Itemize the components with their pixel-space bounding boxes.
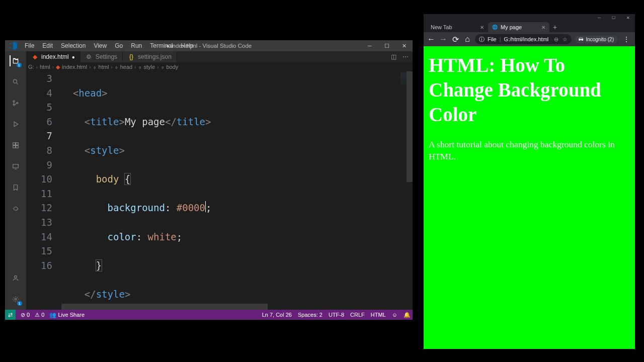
gear-icon: ⚙ xyxy=(86,53,93,60)
settings-icon[interactable]: 1 xyxy=(10,294,21,305)
window-controls: ─ ☐ ✕ xyxy=(361,40,413,51)
indentation[interactable]: Spaces: 2 xyxy=(298,312,323,318)
svg-point-1 xyxy=(13,101,15,102)
browser-menu-button[interactable]: ⋮ xyxy=(621,35,632,43)
home-button[interactable]: ⌂ xyxy=(463,35,472,44)
vscode-titlebar[interactable]: File Edit Selection View Go Run Terminal… xyxy=(5,40,413,51)
remote-indicator[interactable]: ⇄ xyxy=(5,310,16,320)
menu-help[interactable]: Help xyxy=(178,41,197,50)
svg-rect-5 xyxy=(16,143,19,145)
bookmark-icon[interactable] xyxy=(10,182,21,193)
svg-rect-7 xyxy=(16,146,19,148)
breadcrumb-item[interactable]: html xyxy=(40,64,50,70)
tab-settings-json[interactable]: {} settings.json xyxy=(123,51,177,62)
minimize-button[interactable]: ─ xyxy=(361,40,378,51)
menu-run[interactable]: Run xyxy=(127,41,145,50)
search-in-page-icon[interactable]: ⊖ xyxy=(554,36,558,43)
browser-tabstrip: New Tab ✕ 🌐 My page ✕ + xyxy=(424,21,635,32)
url-scheme-label: File xyxy=(488,36,497,42)
svg-rect-6 xyxy=(13,146,16,148)
breadcrumb-item[interactable]: head xyxy=(120,64,132,70)
explorer-badge: 1 xyxy=(17,63,22,67)
globe-icon: 🌐 xyxy=(492,25,498,30)
bookmark-star-icon[interactable]: ☆ xyxy=(562,36,568,43)
explorer-icon[interactable]: 1 xyxy=(10,55,21,66)
code-content[interactable]: <head> <title>My page</title> <style> bo… xyxy=(61,71,404,302)
browser-titlebar[interactable]: ─ ☐ ✕ xyxy=(424,14,635,21)
tab-label: index.html xyxy=(41,53,69,60)
svg-point-9 xyxy=(15,276,17,278)
breadcrumb-item[interactable]: G: xyxy=(28,64,34,70)
problems-errors[interactable]: ⊘ 0 xyxy=(21,312,30,318)
close-button[interactable]: ✕ xyxy=(626,16,630,20)
problems-warnings[interactable]: ⚠ 0 xyxy=(35,312,44,318)
tab-label: My page xyxy=(501,24,522,30)
breadcrumb[interactable]: G: › html› ◆index.html› ⬨html› ⬨head› ⬨s… xyxy=(26,62,413,71)
more-actions-icon[interactable]: ⋯ xyxy=(403,53,409,60)
close-button[interactable]: ✕ xyxy=(395,40,413,51)
live-share-icon[interactable] xyxy=(10,203,21,214)
maximize-button[interactable]: ☐ xyxy=(612,16,615,20)
editor-tabs: ◆ index.html ● ⚙ Settings {} settings.js… xyxy=(26,51,413,62)
menu-edit[interactable]: Edit xyxy=(39,41,56,50)
debug-icon[interactable] xyxy=(10,119,21,130)
html-file-icon: ◆ xyxy=(31,53,38,60)
forward-button[interactable]: → xyxy=(439,35,448,44)
dirty-indicator-icon: ● xyxy=(72,54,75,60)
split-editor-icon[interactable]: ◫ xyxy=(391,53,396,60)
account-icon[interactable] xyxy=(10,273,21,284)
maximize-button[interactable]: ☐ xyxy=(378,40,395,51)
source-control-icon[interactable] xyxy=(10,98,21,109)
svg-point-2 xyxy=(13,104,15,106)
breadcrumb-item[interactable]: body xyxy=(167,64,179,70)
menu-selection[interactable]: Selection xyxy=(57,41,89,50)
activity-bar: 1 xyxy=(5,51,26,310)
svg-point-10 xyxy=(15,298,17,300)
reload-button[interactable]: ⟳ xyxy=(451,35,460,44)
page-heading: HTML: How To Change Background Color xyxy=(429,53,630,127)
vertical-scrollbar[interactable] xyxy=(407,71,413,302)
menu-terminal[interactable]: Terminal xyxy=(146,41,176,50)
live-share-status[interactable]: 👥 Live Share xyxy=(49,312,85,318)
tab-settings-ui[interactable]: ⚙ Settings xyxy=(80,51,123,62)
breadcrumb-item[interactable]: index.html xyxy=(62,64,87,70)
new-tab-button[interactable]: + xyxy=(549,23,560,32)
settings-badge: 1 xyxy=(17,301,22,306)
page-content: HTML: How To Change Background Color A s… xyxy=(424,46,635,349)
site-info-icon[interactable]: ⓘ xyxy=(479,36,485,43)
url-text: G:/html/index.html xyxy=(504,36,549,42)
vscode-logo-icon xyxy=(9,42,17,50)
browser-tab-mypage[interactable]: 🌐 My page ✕ xyxy=(488,22,549,32)
code-editor[interactable]: 3 4 5 6 7 8 9 10 11 12 13 14 15 16 <head… xyxy=(26,71,413,310)
extensions-icon[interactable] xyxy=(10,140,21,151)
tab-index-html[interactable]: ◆ index.html ● xyxy=(26,51,80,62)
incognito-indicator[interactable]: 🕶 Incognito (2) xyxy=(575,36,618,43)
address-bar[interactable]: ⓘ File | G:/html/index.html ⊖ ☆ xyxy=(475,34,572,44)
menu-file[interactable]: File xyxy=(21,41,38,50)
browser-tab-newtab[interactable]: New Tab ✕ xyxy=(427,22,488,32)
page-paragraph: A short tutorial about changing backgrou… xyxy=(429,139,630,162)
eol[interactable]: CRLF xyxy=(350,312,365,318)
breadcrumb-item[interactable]: html xyxy=(99,64,109,70)
remote-icon[interactable] xyxy=(10,161,21,172)
notifications-icon[interactable]: 🔔 xyxy=(404,312,411,318)
cursor-position[interactable]: Ln 7, Col 26 xyxy=(262,312,292,318)
close-tab-icon[interactable]: ✕ xyxy=(480,25,484,30)
search-icon[interactable] xyxy=(10,76,21,87)
close-tab-icon[interactable]: ✕ xyxy=(541,25,545,30)
horizontal-scrollbar[interactable] xyxy=(61,304,406,310)
status-bar: ⇄ ⊘ 0 ⚠ 0 👥 Live Share Ln 7, Col 26 Spac… xyxy=(5,310,413,320)
minimize-button[interactable]: ─ xyxy=(598,16,601,20)
incognito-label: Incognito (2) xyxy=(586,37,614,42)
feedback-icon[interactable]: ☺ xyxy=(392,312,397,318)
language-mode[interactable]: HTML xyxy=(371,312,386,318)
incognito-icon: 🕶 xyxy=(579,37,584,42)
browser-window: ─ ☐ ✕ New Tab ✕ 🌐 My page ✕ + ← → ⟳ ⌂ ⓘ … xyxy=(424,14,635,349)
menu-view[interactable]: View xyxy=(90,41,110,50)
browser-toolbar: ← → ⟳ ⌂ ⓘ File | G:/html/index.html ⊖ ☆ … xyxy=(424,32,635,46)
url-separator: | xyxy=(500,36,501,42)
encoding[interactable]: UTF-8 xyxy=(329,312,344,318)
breadcrumb-item[interactable]: style xyxy=(144,64,155,70)
menu-go[interactable]: Go xyxy=(111,41,126,50)
back-button[interactable]: ← xyxy=(427,35,436,44)
